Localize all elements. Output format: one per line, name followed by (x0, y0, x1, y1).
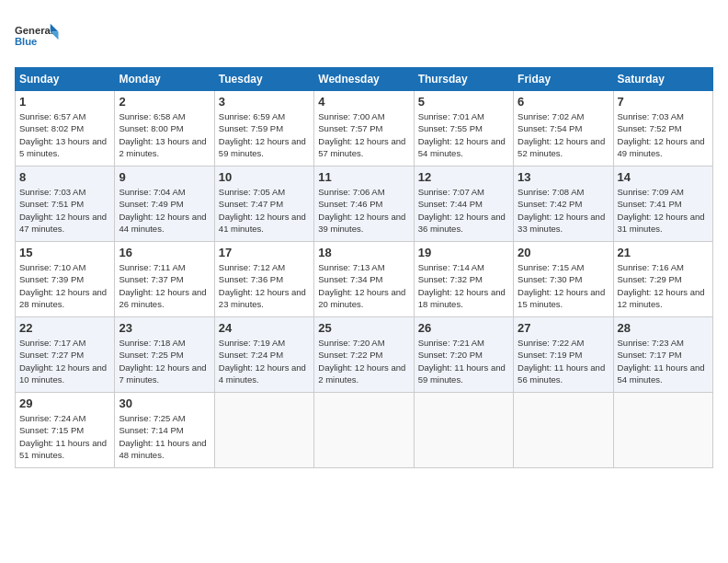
header-day-friday: Friday (514, 68, 613, 91)
day-number: 9 (119, 170, 210, 184)
day-info: Sunrise: 7:10 AM Sunset: 7:39 PM Dayligh… (19, 261, 110, 310)
day-number: 4 (318, 95, 409, 109)
day-number: 26 (418, 321, 509, 335)
day-number: 14 (618, 170, 709, 184)
empty-cell (314, 393, 414, 468)
day-cell-6: 6 Sunrise: 7:02 AM Sunset: 7:54 PM Dayli… (514, 91, 613, 167)
day-info: Sunrise: 6:58 AM Sunset: 8:00 PM Dayligh… (119, 110, 210, 159)
day-cell-4: 4 Sunrise: 7:00 AM Sunset: 7:57 PM Dayli… (314, 91, 414, 167)
day-cell-12: 12 Sunrise: 7:07 AM Sunset: 7:44 PM Dayl… (414, 167, 513, 242)
day-info: Sunrise: 7:15 AM Sunset: 7:30 PM Dayligh… (518, 261, 609, 310)
day-number: 15 (19, 246, 110, 259)
day-number: 16 (119, 246, 210, 259)
day-cell-20: 20 Sunrise: 7:15 AM Sunset: 7:30 PM Dayl… (514, 242, 613, 317)
day-info: Sunrise: 6:57 AM Sunset: 8:02 PM Dayligh… (19, 110, 110, 159)
day-info: Sunrise: 7:25 AM Sunset: 7:14 PM Dayligh… (119, 412, 210, 461)
header-row: SundayMondayTuesdayWednesdayThursdayFrid… (16, 68, 713, 91)
day-cell-19: 19 Sunrise: 7:14 AM Sunset: 7:32 PM Dayl… (414, 242, 513, 317)
day-number: 18 (318, 246, 409, 259)
day-cell-8: 8 Sunrise: 7:03 AM Sunset: 7:51 PM Dayli… (16, 167, 115, 242)
day-info: Sunrise: 7:16 AM Sunset: 7:29 PM Dayligh… (618, 261, 709, 310)
day-number: 1 (19, 95, 110, 109)
day-cell-28: 28 Sunrise: 7:23 AM Sunset: 7:17 PM Dayl… (613, 317, 712, 393)
day-number: 5 (418, 95, 509, 109)
day-cell-2: 2 Sunrise: 6:58 AM Sunset: 8:00 PM Dayli… (115, 91, 214, 167)
header-day-monday: Monday (115, 68, 214, 91)
day-cell-7: 7 Sunrise: 7:03 AM Sunset: 7:52 PM Dayli… (613, 91, 712, 167)
day-cell-21: 21 Sunrise: 7:16 AM Sunset: 7:29 PM Dayl… (613, 242, 712, 317)
day-number: 19 (418, 246, 509, 259)
day-cell-1: 1 Sunrise: 6:57 AM Sunset: 8:02 PM Dayli… (16, 91, 115, 167)
day-info: Sunrise: 7:21 AM Sunset: 7:20 PM Dayligh… (418, 337, 509, 385)
calendar-week-2: 8 Sunrise: 7:03 AM Sunset: 7:51 PM Dayli… (16, 167, 713, 242)
day-info: Sunrise: 7:12 AM Sunset: 7:36 PM Dayligh… (219, 261, 310, 310)
day-info: Sunrise: 7:19 AM Sunset: 7:24 PM Dayligh… (219, 337, 310, 385)
header-day-tuesday: Tuesday (214, 68, 313, 91)
day-number: 13 (518, 170, 609, 184)
svg-marker-2 (51, 24, 59, 32)
day-number: 28 (618, 321, 709, 335)
empty-cell (613, 393, 712, 468)
day-number: 30 (119, 396, 210, 410)
day-number: 21 (618, 246, 709, 259)
header-day-sunday: Sunday (16, 68, 115, 91)
empty-cell (414, 393, 513, 468)
day-number: 25 (318, 321, 409, 335)
header: General Blue (15, 15, 713, 56)
day-number: 6 (518, 95, 609, 109)
day-info: Sunrise: 7:05 AM Sunset: 7:47 PM Dayligh… (219, 186, 310, 235)
day-cell-22: 22 Sunrise: 7:17 AM Sunset: 7:27 PM Dayl… (16, 317, 115, 393)
day-info: Sunrise: 7:09 AM Sunset: 7:41 PM Dayligh… (618, 186, 709, 235)
day-info: Sunrise: 7:00 AM Sunset: 7:57 PM Dayligh… (318, 110, 409, 159)
day-number: 24 (219, 321, 310, 335)
day-cell-3: 3 Sunrise: 6:59 AM Sunset: 7:59 PM Dayli… (214, 91, 313, 167)
day-info: Sunrise: 7:20 AM Sunset: 7:22 PM Dayligh… (318, 337, 409, 385)
day-number: 2 (119, 95, 210, 109)
logo: General Blue (15, 15, 61, 56)
day-number: 3 (219, 95, 310, 109)
day-number: 27 (518, 321, 609, 335)
day-cell-16: 16 Sunrise: 7:11 AM Sunset: 7:37 PM Dayl… (115, 242, 214, 317)
day-cell-17: 17 Sunrise: 7:12 AM Sunset: 7:36 PM Dayl… (214, 242, 313, 317)
day-cell-18: 18 Sunrise: 7:13 AM Sunset: 7:34 PM Dayl… (314, 242, 414, 317)
day-info: Sunrise: 7:02 AM Sunset: 7:54 PM Dayligh… (518, 110, 609, 159)
day-cell-24: 24 Sunrise: 7:19 AM Sunset: 7:24 PM Dayl… (214, 317, 313, 393)
header-day-thursday: Thursday (414, 68, 513, 91)
day-info: Sunrise: 7:17 AM Sunset: 7:27 PM Dayligh… (19, 337, 110, 385)
day-info: Sunrise: 7:08 AM Sunset: 7:42 PM Dayligh… (518, 186, 609, 235)
calendar-week-1: 1 Sunrise: 6:57 AM Sunset: 8:02 PM Dayli… (16, 91, 713, 167)
day-cell-30: 30 Sunrise: 7:25 AM Sunset: 7:14 PM Dayl… (115, 393, 214, 468)
day-cell-27: 27 Sunrise: 7:22 AM Sunset: 7:19 PM Dayl… (514, 317, 613, 393)
day-number: 22 (19, 321, 110, 335)
day-number: 11 (318, 170, 409, 184)
day-cell-23: 23 Sunrise: 7:18 AM Sunset: 7:25 PM Dayl… (115, 317, 214, 393)
day-info: Sunrise: 7:11 AM Sunset: 7:37 PM Dayligh… (119, 261, 210, 310)
svg-text:General: General (15, 25, 53, 36)
header-day-wednesday: Wednesday (314, 68, 414, 91)
day-info: Sunrise: 7:22 AM Sunset: 7:19 PM Dayligh… (518, 337, 609, 385)
svg-text:Blue: Blue (15, 36, 37, 47)
day-cell-11: 11 Sunrise: 7:06 AM Sunset: 7:46 PM Dayl… (314, 167, 414, 242)
header-day-saturday: Saturday (613, 68, 712, 91)
day-info: Sunrise: 7:06 AM Sunset: 7:46 PM Dayligh… (318, 186, 409, 235)
day-info: Sunrise: 6:59 AM Sunset: 7:59 PM Dayligh… (219, 110, 310, 159)
calendar-week-3: 15 Sunrise: 7:10 AM Sunset: 7:39 PM Dayl… (16, 242, 713, 317)
day-number: 23 (119, 321, 210, 335)
day-info: Sunrise: 7:01 AM Sunset: 7:55 PM Dayligh… (418, 110, 509, 159)
day-info: Sunrise: 7:04 AM Sunset: 7:49 PM Dayligh… (119, 186, 210, 235)
day-cell-15: 15 Sunrise: 7:10 AM Sunset: 7:39 PM Dayl… (16, 242, 115, 317)
empty-cell (214, 393, 313, 468)
day-info: Sunrise: 7:07 AM Sunset: 7:44 PM Dayligh… (418, 186, 509, 235)
day-info: Sunrise: 7:14 AM Sunset: 7:32 PM Dayligh… (418, 261, 509, 310)
day-cell-13: 13 Sunrise: 7:08 AM Sunset: 7:42 PM Dayl… (514, 167, 613, 242)
day-number: 20 (518, 246, 609, 259)
day-number: 12 (418, 170, 509, 184)
day-cell-5: 5 Sunrise: 7:01 AM Sunset: 7:55 PM Dayli… (414, 91, 513, 167)
calendar-week-4: 22 Sunrise: 7:17 AM Sunset: 7:27 PM Dayl… (16, 317, 713, 393)
day-number: 7 (618, 95, 709, 109)
logo-svg: General Blue (15, 15, 61, 56)
day-cell-29: 29 Sunrise: 7:24 AM Sunset: 7:15 PM Dayl… (16, 393, 115, 468)
day-info: Sunrise: 7:03 AM Sunset: 7:51 PM Dayligh… (19, 186, 110, 235)
calendar-week-5: 29 Sunrise: 7:24 AM Sunset: 7:15 PM Dayl… (16, 393, 713, 468)
page: General Blue SundayMondayTuesdayWednesda… (0, 0, 728, 477)
